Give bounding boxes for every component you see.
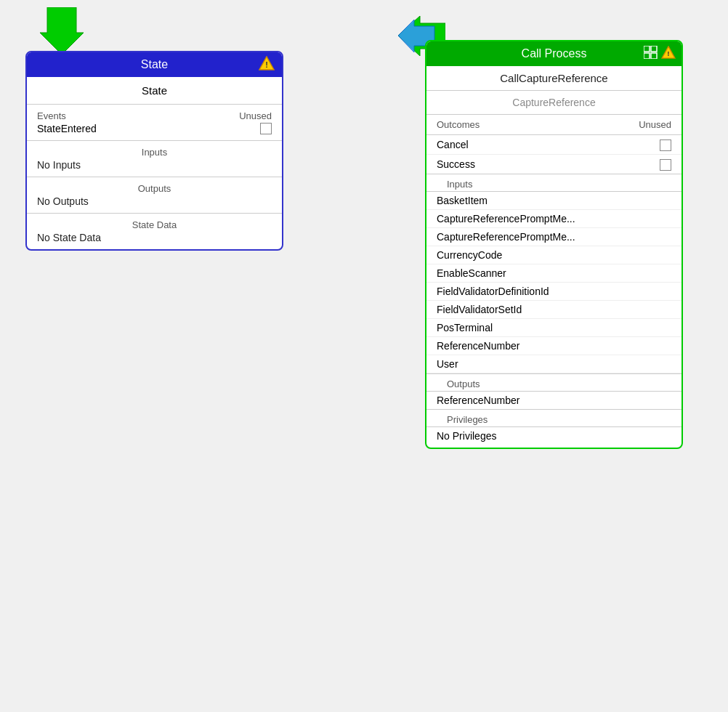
- svg-rect-7: [644, 53, 650, 59]
- cp-card-title: Call Process: [522, 47, 587, 60]
- cp-inputs-items: BasketItemCaptureReferencePromptMe...Cap…: [426, 192, 682, 373]
- state-warning-icon: !: [259, 56, 275, 73]
- outcome-cancel-row: Cancel: [426, 135, 682, 155]
- cp-outputs-items: ReferenceNumber: [426, 392, 682, 409]
- state-card-header: State !: [27, 52, 282, 77]
- events-left: Events StateEntered: [37, 110, 97, 134]
- list-item: CurrencyCode: [426, 246, 682, 264]
- state-data-label: State Data: [37, 219, 272, 230]
- cp-privileges-section: Privileges No Privileges: [426, 410, 682, 448]
- list-item: EnableScanner: [426, 264, 682, 283]
- cp-card-body: CallCaptureReference CaptureReference Ou…: [426, 66, 682, 448]
- cp-inputs-section: Inputs BasketItemCaptureReferencePromptM…: [426, 174, 682, 374]
- list-item: BasketItem: [426, 192, 682, 210]
- state-entered-checkbox[interactable]: [260, 123, 272, 134]
- state-card: State ! State Events StateEntered Unused: [25, 51, 283, 251]
- cp-outcomes-row: Outcomes Unused: [426, 115, 682, 135]
- state-card-title: State: [141, 58, 168, 71]
- inputs-value: No Inputs: [37, 159, 272, 171]
- outputs-label: Outputs: [37, 183, 272, 194]
- list-item: User: [426, 355, 682, 373]
- inputs-label: Inputs: [37, 147, 272, 158]
- outcome-cancel-checkbox[interactable]: [660, 139, 671, 151]
- events-right: Unused: [239, 110, 272, 134]
- outcome-cancel-label: Cancel: [437, 139, 469, 150]
- state-main-label: State: [27, 77, 282, 105]
- outcome-success-checkbox[interactable]: [660, 159, 671, 171]
- cp-inputs-label: Inputs: [426, 174, 682, 192]
- list-item: FieldValidatorDefinitionId: [426, 283, 682, 301]
- svg-text:!: !: [667, 49, 669, 57]
- list-item: ReferenceNumber: [426, 392, 682, 409]
- state-events-section: Events StateEntered Unused: [27, 105, 282, 141]
- grid-icon: [644, 46, 658, 62]
- events-label: Events: [37, 110, 97, 121]
- cp-outputs-label: Outputs: [426, 374, 682, 392]
- cp-header-icons: !: [644, 46, 676, 62]
- svg-marker-0: [40, 7, 84, 54]
- svg-rect-8: [651, 53, 657, 59]
- cp-warning-icon: !: [661, 46, 676, 62]
- list-item: ReferenceNumber: [426, 337, 682, 355]
- cp-outputs-section: Outputs ReferenceNumber: [426, 374, 682, 410]
- outcomes-unused-label: Unused: [639, 119, 671, 130]
- state-data-section: State Data No State Data: [27, 214, 282, 249]
- svg-rect-5: [644, 46, 650, 52]
- outcome-success-label: Success: [437, 158, 475, 170]
- cp-privileges-value: No Privileges: [426, 427, 682, 448]
- list-item: FieldValidatorSetId: [426, 301, 682, 319]
- cp-card-header: Call Process !: [426, 41, 682, 66]
- call-process-card: Call Process !: [425, 40, 683, 449]
- outputs-value: No Outputs: [37, 195, 272, 207]
- list-item: CaptureReferencePromptMe...: [426, 210, 682, 228]
- outcomes-label: Outcomes: [437, 119, 480, 130]
- state-data-value: No State Data: [37, 232, 272, 243]
- outcomes-items: Cancel Success: [426, 135, 682, 174]
- cp-privileges-label: Privileges: [426, 410, 682, 427]
- svg-text:!: !: [265, 60, 268, 69]
- outputs-section: Outputs No Outputs: [27, 177, 282, 214]
- inputs-section: Inputs No Inputs: [27, 141, 282, 177]
- outcome-success-row: Success: [426, 155, 682, 174]
- state-card-body: State Events StateEntered Unused Inputs …: [27, 77, 282, 249]
- list-item: CaptureReferencePromptMe...: [426, 228, 682, 246]
- state-entered-label: StateEntered: [37, 123, 97, 134]
- events-unused-label: Unused: [239, 110, 272, 121]
- svg-rect-6: [651, 46, 657, 52]
- list-item: PosTerminal: [426, 319, 682, 337]
- cp-subtitle: CaptureReference: [426, 91, 682, 115]
- cp-main-title: CallCaptureReference: [426, 66, 682, 91]
